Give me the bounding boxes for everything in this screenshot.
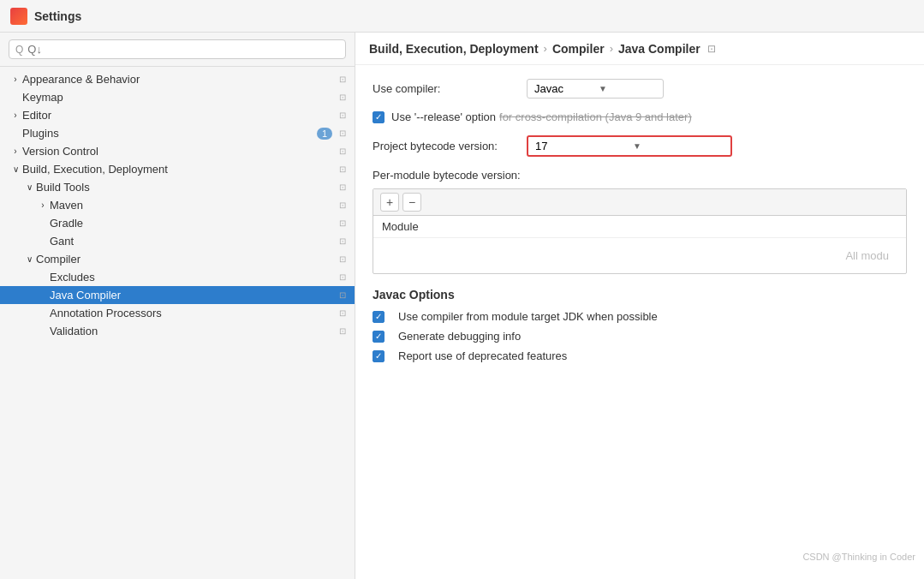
check-icon-opt3: ✓ xyxy=(375,351,382,361)
table-placeholder: All modu xyxy=(382,242,897,269)
sidebar-label-gradle: Gradle xyxy=(50,217,336,230)
option-label-opt3: Report use of deprecated features xyxy=(398,349,567,362)
bytecode-label: Project bytecode version: xyxy=(373,140,527,152)
sidebar-item-validation[interactable]: Validation⊡ xyxy=(0,322,355,340)
tree-arrow-maven: › xyxy=(36,200,50,210)
search-icon: Q xyxy=(15,44,23,56)
breadcrumb-part-2: Compiler xyxy=(552,42,605,56)
sidebar-label-keymap: Keymap xyxy=(22,91,336,104)
tree-arrow-appearance: › xyxy=(9,75,22,84)
sidebar-item-gant[interactable]: Gant⊡ xyxy=(0,232,355,250)
sidebar-label-compiler: Compiler xyxy=(36,253,336,266)
sidebar-label-maven: Maven xyxy=(50,199,336,212)
sidebar-label-build-tools: Build Tools xyxy=(36,181,336,194)
checkbox-opt2[interactable]: ✓ xyxy=(373,331,385,343)
add-module-button[interactable]: + xyxy=(380,193,399,212)
bytecode-dropdown[interactable]: 17 ▼ xyxy=(527,135,732,157)
breadcrumb-sep-1: › xyxy=(544,42,547,55)
app-icon xyxy=(10,8,27,25)
tree-arrow-build-tools: ∨ xyxy=(22,182,36,192)
option-label-opt1: Use compiler from module target JDK when… xyxy=(398,310,658,323)
breadcrumb-part-3: Java Compiler xyxy=(618,42,700,56)
use-compiler-dropdown[interactable]: Javac ▼ xyxy=(527,79,664,98)
breadcrumb-menu-icon[interactable]: ⊡ xyxy=(707,43,716,55)
main-container: Q ›Appearance & Behavior⊡Keymap⊡›Editor⊡… xyxy=(0,33,924,579)
sidebar-item-annotation-processors[interactable]: Annotation Processors⊡ xyxy=(0,304,355,322)
bytecode-arrow: ▼ xyxy=(633,141,724,151)
sidebar-item-excludes[interactable]: Excludes⊡ xyxy=(0,268,355,286)
bytecode-value: 17 xyxy=(535,140,626,152)
release-option-checkbox[interactable]: ✓ xyxy=(373,111,385,123)
sidebar-label-validation: Validation xyxy=(50,325,336,337)
item-badge-plugins: 1 xyxy=(317,128,332,140)
option-label-opt2: Generate debugging info xyxy=(398,330,521,343)
watermark: CSDN @Thinking in Coder xyxy=(802,552,915,562)
sidebar-item-maven[interactable]: ›Maven⊡ xyxy=(0,196,355,214)
sidebar-item-build-tools[interactable]: ∨Build Tools⊡ xyxy=(0,178,355,196)
item-settings-icon-gant: ⊡ xyxy=(339,236,346,246)
check-icon-opt2: ✓ xyxy=(375,331,382,341)
use-compiler-value: Javac xyxy=(534,82,592,95)
sidebar-label-excludes: Excludes xyxy=(50,271,336,284)
app-title: Settings xyxy=(34,9,81,23)
app-header: Settings xyxy=(0,0,924,33)
table-row: All modu xyxy=(373,238,906,274)
module-table: Module All modu xyxy=(373,216,906,273)
search-bar: Q xyxy=(0,33,355,67)
breadcrumb: Build, Execution, Deployment › Compiler … xyxy=(355,33,924,65)
content-body: Use compiler: Javac ▼ ✓ Use '--release' … xyxy=(355,65,924,579)
sidebar-item-appearance[interactable]: ›Appearance & Behavior⊡ xyxy=(0,70,355,88)
sidebar-label-editor: Editor xyxy=(22,109,336,122)
javac-options-title: Javac Options xyxy=(373,288,907,301)
option-row-opt3: ✓Report use of deprecated features xyxy=(373,349,907,362)
item-settings-icon-validation: ⊡ xyxy=(339,326,346,336)
search-input-wrap[interactable]: Q xyxy=(9,39,346,59)
sidebar-label-plugins: Plugins xyxy=(22,127,317,140)
content-panel: Build, Execution, Deployment › Compiler … xyxy=(355,33,924,579)
item-settings-icon-excludes: ⊡ xyxy=(339,272,346,282)
item-settings-icon-java-compiler: ⊡ xyxy=(339,290,346,300)
sidebar-item-java-compiler[interactable]: Java Compiler⊡ xyxy=(0,286,355,304)
table-toolbar: + − xyxy=(373,189,906,216)
item-settings-icon-editor: ⊡ xyxy=(339,110,346,120)
use-compiler-label: Use compiler: xyxy=(373,82,527,95)
remove-module-button[interactable]: − xyxy=(402,193,421,212)
sidebar-label-gant: Gant xyxy=(50,235,336,248)
item-settings-icon-gradle: ⊡ xyxy=(339,218,346,228)
sidebar-item-plugins[interactable]: Plugins1⊡ xyxy=(0,124,355,142)
release-option-row: ✓ Use '--release' option for cross-compi… xyxy=(373,110,907,123)
tree-arrow-editor: › xyxy=(9,110,22,120)
search-input[interactable] xyxy=(27,43,339,56)
item-settings-icon-maven: ⊡ xyxy=(339,200,346,210)
sidebar-label-annotation-processors: Annotation Processors xyxy=(50,307,336,319)
use-compiler-arrow: ▼ xyxy=(599,84,656,93)
option-row-opt1: ✓Use compiler from module target JDK whe… xyxy=(373,310,907,323)
tree-arrow-build-exec-deploy: ∨ xyxy=(9,164,22,174)
release-option-label-normal: Use '--release' option xyxy=(391,110,496,123)
sidebar: Q ›Appearance & Behavior⊡Keymap⊡›Editor⊡… xyxy=(0,33,355,579)
checkbox-opt3[interactable]: ✓ xyxy=(373,350,385,362)
sidebar-item-editor[interactable]: ›Editor⊡ xyxy=(0,106,355,124)
sidebar-item-version-control[interactable]: ›Version Control⊡ xyxy=(0,142,355,160)
breadcrumb-part-1: Build, Execution, Deployment xyxy=(369,42,539,56)
use-compiler-row: Use compiler: Javac ▼ xyxy=(373,79,907,98)
option-row-opt2: ✓Generate debugging info xyxy=(373,330,907,343)
item-settings-icon-compiler: ⊡ xyxy=(339,254,346,264)
sidebar-item-gradle[interactable]: Gradle⊡ xyxy=(0,214,355,232)
item-settings-icon-version-control: ⊡ xyxy=(339,146,346,156)
bytecode-version-row: Project bytecode version: 17 ▼ xyxy=(373,135,907,157)
checkbox-opt1[interactable]: ✓ xyxy=(373,311,385,323)
module-column-header: Module xyxy=(373,216,906,238)
sidebar-label-appearance: Appearance & Behavior xyxy=(22,73,336,86)
check-icon-opt1: ✓ xyxy=(375,312,382,321)
sidebar-label-build-exec-deploy: Build, Execution, Deployment xyxy=(22,163,336,176)
sidebar-item-keymap[interactable]: Keymap⊡ xyxy=(0,88,355,106)
tree-arrow-version-control: › xyxy=(9,146,22,156)
tree-arrow-compiler: ∨ xyxy=(22,254,36,264)
per-module-label: Per-module bytecode version: xyxy=(373,169,907,182)
sidebar-item-build-exec-deploy[interactable]: ∨Build, Execution, Deployment⊡ xyxy=(0,160,355,178)
breadcrumb-sep-2: › xyxy=(610,42,613,55)
sidebar-item-compiler[interactable]: ∨Compiler⊡ xyxy=(0,250,355,268)
release-option-label-strike: for cross-compilation (Java 9 and later) xyxy=(499,110,692,123)
item-settings-icon-build-exec-deploy: ⊡ xyxy=(339,164,346,174)
